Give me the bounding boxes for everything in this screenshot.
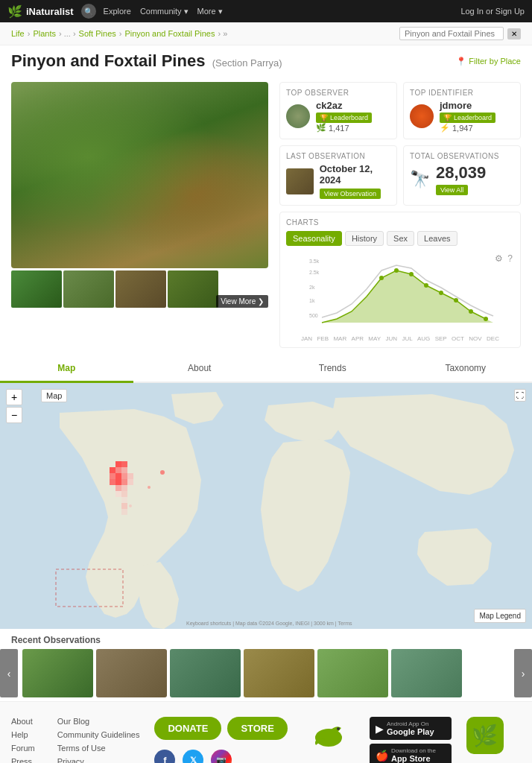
store-button[interactable]: STORE: [227, 717, 288, 740]
top-observer-card: TOP OBSERVER ck2az 🏆 Leaderboard 🌿 1,417: [279, 82, 397, 139]
main-content: View More ❯ TOP OBSERVER ck2az 🏆 Leaderb…: [0, 75, 532, 355]
footer-blog[interactable]: Our Blog: [57, 717, 140, 726]
last-obs-thumbnail: [286, 168, 314, 194]
svg-point-8: [424, 283, 428, 288]
chart-tab-leaves[interactable]: Leaves: [417, 231, 457, 246]
top-observer-label: TOP OBSERVER: [286, 89, 390, 97]
carousel-prev-btn[interactable]: ‹: [0, 649, 18, 697]
twitter-icon[interactable]: 𝕏: [183, 750, 203, 763]
thumbnail-1[interactable]: [11, 270, 62, 308]
chart-tab-sex[interactable]: Sex: [387, 231, 414, 246]
taxon-search-input[interactable]: [399, 27, 504, 40]
top-identifier-name[interactable]: jdmore: [440, 100, 495, 111]
svg-rect-17: [121, 467, 127, 473]
svg-rect-19: [110, 473, 115, 479]
top-identifier-count: ⚡ 1,947: [440, 123, 495, 133]
footer-forum[interactable]: Forum: [11, 744, 35, 753]
nav-links: Explore Community ▾ More ▾: [104, 7, 461, 16]
svg-rect-35: [121, 503, 127, 509]
footer-privacy[interactable]: Privacy: [57, 757, 140, 763]
zoom-in-btn[interactable]: +: [6, 389, 22, 405]
view-more-btn[interactable]: View More ❯: [216, 295, 268, 308]
taxon-search-clear[interactable]: ✕: [507, 28, 521, 39]
obs-thumb-2[interactable]: [96, 649, 167, 697]
svg-rect-26: [127, 479, 133, 485]
svg-point-5: [379, 276, 384, 280]
tab-taxonomy[interactable]: Taxonomy: [399, 355, 533, 383]
total-obs-count: 28,039: [436, 163, 486, 183]
google-play-badge[interactable]: ▶ Android App On Google Play: [370, 717, 452, 740]
top-identifier-badge[interactable]: 🏆 Leaderboard: [440, 113, 495, 123]
facebook-icon[interactable]: f: [154, 750, 175, 763]
svg-rect-15: [121, 461, 127, 467]
donate-button[interactable]: DONATE: [154, 717, 221, 740]
svg-rect-21: [121, 473, 127, 479]
thumbnail-3[interactable]: [115, 270, 166, 308]
view-observation-btn[interactable]: View Observation: [320, 189, 381, 199]
nav-login[interactable]: Log In or Sign Up: [460, 7, 525, 16]
breadcrumb-current[interactable]: Pinyon and Foxtail Pines: [124, 29, 215, 38]
obs-thumb-5[interactable]: [317, 649, 388, 697]
top-observer-name[interactable]: ck2az: [316, 100, 372, 111]
breadcrumb-plants[interactable]: Plants: [33, 29, 56, 38]
top-observer-badge[interactable]: 🏆 Leaderboard: [316, 113, 372, 123]
app-store-top: Download on the: [391, 747, 436, 754]
map-type-selector[interactable]: Map: [41, 389, 67, 402]
thumbnail-4[interactable]: [168, 270, 218, 308]
obs-thumb-3[interactable]: [170, 649, 241, 697]
svg-rect-30: [121, 491, 127, 497]
nav-explore[interactable]: Explore: [104, 7, 131, 16]
app-store-badge[interactable]: 🍎 Download on the App Store: [370, 744, 452, 763]
last-obs-date: October 12, 2024: [320, 163, 390, 186]
image-section: View More ❯: [11, 82, 268, 348]
page-title-container: Pinyon and Foxtail Pines (Section Parrya…: [11, 51, 282, 71]
tab-trends[interactable]: Trends: [266, 355, 399, 383]
leaf-app-icon[interactable]: 🌿: [466, 717, 504, 754]
footer-terms[interactable]: Terms of Use: [57, 744, 140, 753]
top-identifier-avatar: [410, 104, 434, 128]
google-play-bottom: Google Play: [387, 727, 434, 736]
brand-name: iNaturalist: [26, 6, 74, 17]
charts-label: CHARTS: [286, 218, 514, 227]
footer-help[interactable]: Help: [11, 730, 35, 739]
zoom-out-btn[interactable]: −: [6, 407, 22, 423]
total-obs-label: TOTAL OBSERVATIONS: [410, 152, 514, 160]
tab-map[interactable]: Map: [0, 355, 133, 383]
chart-settings-icon[interactable]: ⚙: [495, 253, 503, 264]
svg-text:3.5k: 3.5k: [309, 259, 320, 264]
thumbnail-2[interactable]: [63, 270, 114, 308]
chart-help-icon[interactable]: ?: [507, 253, 513, 264]
breadcrumb-life[interactable]: Life: [11, 29, 25, 38]
map-legend-btn[interactable]: Map Legend: [474, 609, 526, 623]
svg-rect-16: [115, 467, 121, 473]
nav-more[interactable]: More ▾: [197, 7, 223, 16]
fullscreen-icon: ⛶: [516, 391, 524, 399]
social-icons: f 𝕏 📷: [154, 750, 288, 763]
map-fullscreen-btn[interactable]: ⛶: [514, 389, 526, 402]
top-identifier-info: jdmore 🏆 Leaderboard ⚡ 1,947: [440, 100, 495, 133]
obs-thumb-1[interactable]: [22, 649, 93, 697]
footer: About Help Forum Press Jobs Our Blog Com…: [0, 701, 532, 763]
main-image[interactable]: [11, 82, 268, 268]
nav-community[interactable]: Community ▾: [140, 7, 189, 16]
footer-about[interactable]: About: [11, 717, 35, 726]
chart-tab-history[interactable]: History: [345, 231, 384, 246]
footer-community-guidelines[interactable]: Community Guidelines: [57, 730, 140, 739]
breadcrumb: Life › Plants › ... › Soft Pines › Pinyo…: [0, 22, 532, 45]
breadcrumb-soft-pines[interactable]: Soft Pines: [79, 29, 116, 38]
svg-rect-20: [115, 473, 121, 479]
instagram-icon[interactable]: 📷: [211, 750, 232, 763]
svg-text:500: 500: [309, 313, 318, 318]
tab-about[interactable]: About: [133, 355, 267, 383]
search-button[interactable]: 🔍: [81, 4, 96, 19]
obs-thumb-6[interactable]: [391, 649, 462, 697]
carousel-next-btn[interactable]: ›: [514, 649, 532, 697]
view-all-btn[interactable]: View All: [436, 185, 468, 195]
app-badges: ▶ Android App On Google Play 🍎 Download …: [370, 717, 452, 763]
filter-by-place-btn[interactable]: 📍 Filter by Place: [456, 57, 521, 66]
svg-point-32: [160, 470, 165, 475]
obs-thumb-4[interactable]: [244, 649, 314, 697]
svg-point-12: [484, 317, 488, 321]
footer-press[interactable]: Press: [11, 757, 35, 763]
chart-tab-seasonality[interactable]: Seasonality: [286, 231, 342, 246]
